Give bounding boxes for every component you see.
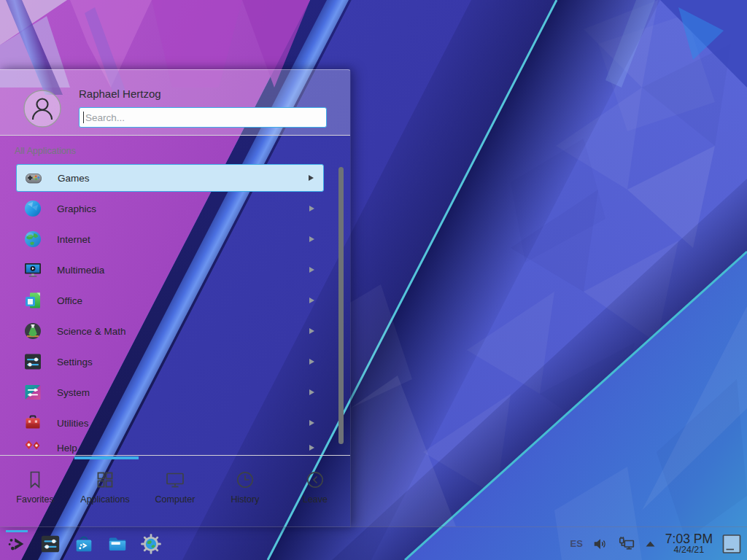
internet-icon — [23, 230, 42, 249]
application-launcher-icon — [6, 533, 28, 555]
menu-item-games[interactable]: Games — [16, 164, 324, 192]
menu-item-system[interactable]: System — [16, 378, 324, 406]
menu-item-label: Help — [57, 443, 309, 454]
submenu-arrow-icon — [309, 389, 314, 395]
active-tab-indicator — [74, 456, 139, 459]
menu-item-label: Graphics — [57, 203, 309, 214]
discover-icon — [73, 533, 95, 555]
favorites-icon — [25, 470, 45, 490]
expand-tray-arrow-icon[interactable] — [645, 540, 656, 548]
tab-computer[interactable]: Computer — [140, 456, 210, 527]
discover-task-button[interactable] — [71, 529, 96, 559]
tab-label: Computer — [155, 494, 196, 505]
history-icon — [235, 470, 255, 490]
list-scrollbar[interactable] — [338, 167, 344, 444]
search-input[interactable] — [79, 107, 327, 128]
file-manager-icon — [107, 533, 128, 555]
keyboard-layout-indicator[interactable]: ES — [570, 538, 582, 549]
submenu-arrow-icon — [309, 236, 314, 242]
clock-date: 4/24/21 — [674, 545, 705, 555]
tab-history[interactable]: History — [210, 456, 280, 527]
submenu-arrow-icon — [309, 267, 314, 273]
menu-item-label: Science & Math — [57, 326, 309, 337]
submenu-arrow-icon — [309, 445, 314, 451]
tab-applications[interactable]: Applications — [70, 456, 140, 527]
digital-clock[interactable]: 7:03 PM 4/24/21 — [665, 532, 713, 556]
file-manager-task-button[interactable] — [105, 529, 130, 559]
games-icon — [24, 168, 43, 187]
menu-item-label: Utilities — [57, 418, 309, 429]
launcher-header: Raphael Hertzog — [0, 70, 350, 136]
application-launcher-menu: Raphael Hertzog All Applications — [0, 69, 351, 527]
menu-item-utilities[interactable]: Utilities — [16, 409, 324, 437]
submenu-arrow-icon — [309, 206, 314, 211]
graphics-icon — [23, 199, 42, 218]
user-name: Raphael Hertzog — [79, 88, 161, 100]
web-browser-task-button[interactable] — [139, 529, 163, 559]
menu-item-help[interactable]: Help — [16, 434, 324, 455]
menu-item-internet[interactable]: Internet — [16, 225, 324, 253]
office-icon — [23, 291, 42, 310]
launcher-active-indicator — [6, 530, 28, 532]
settings-icon — [23, 352, 42, 371]
submenu-arrow-icon — [309, 175, 314, 181]
menu-item-science-math[interactable]: Science & Math — [16, 317, 324, 345]
tab-leave[interactable]: Leave — [280, 456, 350, 527]
menu-item-office[interactable]: Office — [16, 287, 324, 314]
menu-item-label: Office — [57, 295, 309, 306]
clock-time: 7:03 PM — [665, 532, 713, 545]
volume-icon[interactable] — [592, 536, 608, 552]
user-avatar-icon[interactable] — [23, 90, 61, 128]
show-desktop-icon — [722, 534, 741, 554]
submenu-arrow-icon — [309, 328, 314, 334]
system-tray: ES 7:03 PM 4/24/21 — [570, 532, 747, 556]
application-launcher-button[interactable] — [4, 529, 29, 559]
show-desktop-button[interactable] — [722, 534, 741, 554]
tab-label: Applications — [80, 494, 129, 505]
help-icon — [23, 438, 42, 455]
leave-icon — [305, 470, 325, 490]
tab-label: Leave — [303, 494, 328, 505]
system-icon — [23, 383, 42, 402]
menu-item-label: Multimedia — [57, 265, 309, 276]
tab-favorites[interactable]: Favorites — [0, 456, 70, 527]
menu-item-label: Settings — [57, 357, 309, 368]
menu-item-settings[interactable]: Settings — [16, 348, 324, 376]
menu-item-graphics[interactable]: Graphics — [16, 195, 324, 222]
submenu-arrow-icon — [309, 420, 314, 426]
computer-icon — [165, 470, 185, 490]
utilities-icon — [23, 413, 42, 432]
submenu-arrow-icon — [309, 359, 314, 365]
desktop: Raphael Hertzog All Applications — [0, 0, 747, 560]
multimedia-icon — [23, 260, 42, 279]
system-settings-task-button[interactable] — [38, 529, 63, 559]
taskbar-panel: ES 7:03 PM 4/24/21 — [0, 526, 747, 560]
menu-item-multimedia[interactable]: Multimedia — [16, 256, 324, 284]
applications-icon — [95, 470, 115, 490]
web-browser-icon — [140, 533, 162, 555]
system-settings-icon — [39, 533, 61, 555]
launcher-tab-bar: Favorites Applications Computer — [0, 455, 350, 527]
menu-item-label: System — [57, 387, 309, 398]
tab-label: History — [231, 494, 260, 505]
menu-item-label: Games — [58, 173, 309, 184]
menu-item-label: Internet — [57, 234, 309, 245]
section-header: All Applications — [15, 146, 76, 156]
tab-label: Favorites — [16, 494, 53, 505]
submenu-arrow-icon — [309, 298, 314, 303]
science-icon — [23, 322, 42, 341]
text-caret — [83, 112, 84, 123]
network-icon[interactable] — [618, 535, 635, 553]
application-category-list: Games Graphics — [0, 159, 333, 455]
